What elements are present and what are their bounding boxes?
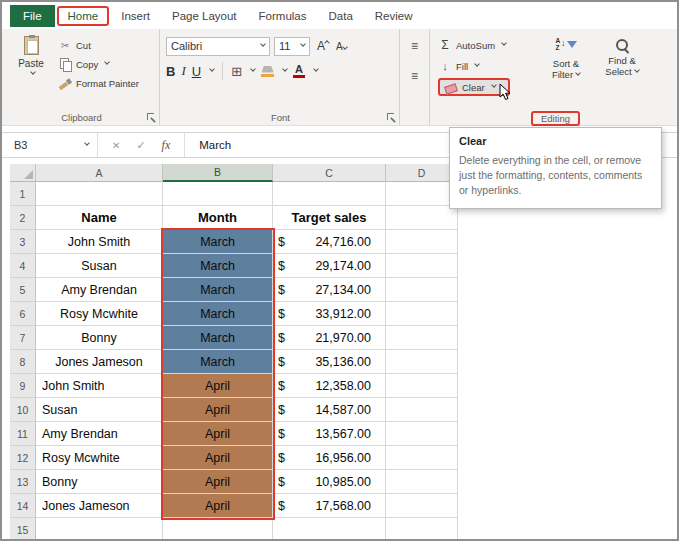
fill-color-button[interactable] (261, 66, 274, 77)
autosum-button[interactable]: Σ AutoSum (438, 36, 534, 54)
cell-A8[interactable]: Jones Jameson (36, 350, 163, 374)
cell-A10[interactable]: Susan (36, 398, 163, 422)
cell-A4[interactable]: Susan (36, 254, 163, 278)
cancel-icon[interactable]: ✕ (112, 140, 120, 151)
cell-C8[interactable]: $35,136.00 (273, 350, 386, 374)
cell-D2[interactable] (386, 206, 458, 230)
cell-D12[interactable] (386, 446, 458, 470)
cell-D10[interactable] (386, 398, 458, 422)
cell-D9[interactable] (386, 374, 458, 398)
cell-C14[interactable]: $17,568.00 (273, 494, 386, 518)
paste-button[interactable]: Paste (8, 34, 54, 109)
cell-A13[interactable]: Bonny (36, 470, 163, 494)
cell-D15[interactable] (386, 518, 458, 541)
cell-C1[interactable] (273, 182, 386, 206)
row-header-12[interactable]: 12 (10, 446, 36, 470)
cell-C10[interactable]: $14,587.00 (273, 398, 386, 422)
bold-button[interactable]: B (166, 64, 175, 79)
italic-button[interactable]: I (181, 63, 185, 79)
cell-B6[interactable]: March (163, 302, 273, 326)
font-size-select[interactable]: 11 (274, 37, 310, 56)
cell-B10[interactable]: April (163, 398, 273, 422)
cell-B3[interactable]: March (163, 230, 273, 254)
tab-home[interactable]: Home (57, 6, 110, 26)
font-color-button[interactable]: A (293, 64, 305, 78)
cell-A1[interactable] (36, 182, 163, 206)
column-header-C[interactable]: C (273, 164, 386, 182)
cell-B14[interactable]: April (163, 494, 273, 518)
row-header-3[interactable]: 3 (10, 230, 36, 254)
cell-A12[interactable]: Rosy Mcwhite (36, 446, 163, 470)
dialog-launcher-icon[interactable] (147, 113, 156, 122)
cell-D8[interactable] (386, 350, 458, 374)
cell-A9[interactable]: John Smith (36, 374, 163, 398)
cell-A14[interactable]: Jones Jameson (36, 494, 163, 518)
enter-icon[interactable]: ✓ (136, 139, 145, 152)
dialog-launcher-icon[interactable] (387, 113, 396, 122)
cell-D6[interactable] (386, 302, 458, 326)
cell-C11[interactable]: $13,567.00 (273, 422, 386, 446)
cell-D3[interactable] (386, 230, 458, 254)
tab-data[interactable]: Data (319, 6, 363, 26)
cell-A5[interactable]: Amy Brendan (36, 278, 163, 302)
cell-D13[interactable] (386, 470, 458, 494)
cell-D5[interactable] (386, 278, 458, 302)
cell-D11[interactable] (386, 422, 458, 446)
row-header-4[interactable]: 4 (10, 254, 36, 278)
cell-B15[interactable] (163, 518, 273, 541)
column-header-D[interactable]: D (386, 164, 458, 182)
tab-file[interactable]: File (10, 5, 55, 27)
cell-C4[interactable]: $29,174.00 (273, 254, 386, 278)
cell-A3[interactable]: John Smith (36, 230, 163, 254)
cell-B12[interactable]: April (163, 446, 273, 470)
cell-D7[interactable] (386, 326, 458, 350)
row-header-13[interactable]: 13 (10, 470, 36, 494)
column-header-A[interactable]: A (36, 164, 163, 182)
cell-B13[interactable]: April (163, 470, 273, 494)
cell-A2[interactable]: Name (36, 206, 163, 230)
select-all-corner[interactable] (10, 164, 36, 182)
cell-B8[interactable]: March (163, 350, 273, 374)
row-header-14[interactable]: 14 (10, 494, 36, 518)
cell-C15[interactable] (273, 518, 386, 541)
align-lines-icon[interactable]: ≡ (411, 39, 418, 53)
cell-A15[interactable] (36, 518, 163, 541)
borders-icon[interactable]: ⊞ (231, 64, 242, 79)
cell-B7[interactable]: March (163, 326, 273, 350)
cell-C6[interactable]: $33,912.00 (273, 302, 386, 326)
row-header-8[interactable]: 8 (10, 350, 36, 374)
cell-D1[interactable] (386, 182, 458, 206)
find-select-button[interactable]: Find & Select (598, 36, 646, 109)
tab-insert[interactable]: Insert (111, 6, 160, 26)
row-header-15[interactable]: 15 (10, 518, 36, 541)
tab-formulas[interactable]: Formulas (249, 6, 317, 26)
font-name-select[interactable]: Calibri (166, 37, 270, 56)
cell-C5[interactable]: $27,134.00 (273, 278, 386, 302)
column-header-B[interactable]: B (163, 164, 273, 182)
cell-B9[interactable]: April (163, 374, 273, 398)
format-painter-button[interactable]: Format Painter (58, 75, 139, 91)
name-box[interactable]: B3 (2, 133, 98, 157)
row-header-10[interactable]: 10 (10, 398, 36, 422)
cell-C9[interactable]: $12,358.00 (273, 374, 386, 398)
row-header-11[interactable]: 11 (10, 422, 36, 446)
cell-A6[interactable]: Rosy Mcwhite (36, 302, 163, 326)
row-header-9[interactable]: 9 (10, 374, 36, 398)
row-header-6[interactable]: 6 (10, 302, 36, 326)
cell-C2[interactable]: Target sales (273, 206, 386, 230)
decrease-font-size-icon[interactable]: A (336, 41, 347, 52)
row-header-5[interactable]: 5 (10, 278, 36, 302)
cell-C13[interactable]: $10,985.00 (273, 470, 386, 494)
align-lines-icon[interactable]: ≡ (411, 69, 418, 83)
cell-B1[interactable] (163, 182, 273, 206)
cell-B11[interactable]: April (163, 422, 273, 446)
cell-D14[interactable] (386, 494, 458, 518)
tab-review[interactable]: Review (365, 6, 423, 26)
cell-A11[interactable]: Amy Brendan (36, 422, 163, 446)
cut-button[interactable]: ✂ Cut (58, 37, 139, 53)
underline-button[interactable]: U (192, 64, 201, 79)
cell-C3[interactable]: $24,716.00 (273, 230, 386, 254)
tab-page-layout[interactable]: Page Layout (162, 6, 247, 26)
row-header-2[interactable]: 2 (10, 206, 36, 230)
row-header-7[interactable]: 7 (10, 326, 36, 350)
